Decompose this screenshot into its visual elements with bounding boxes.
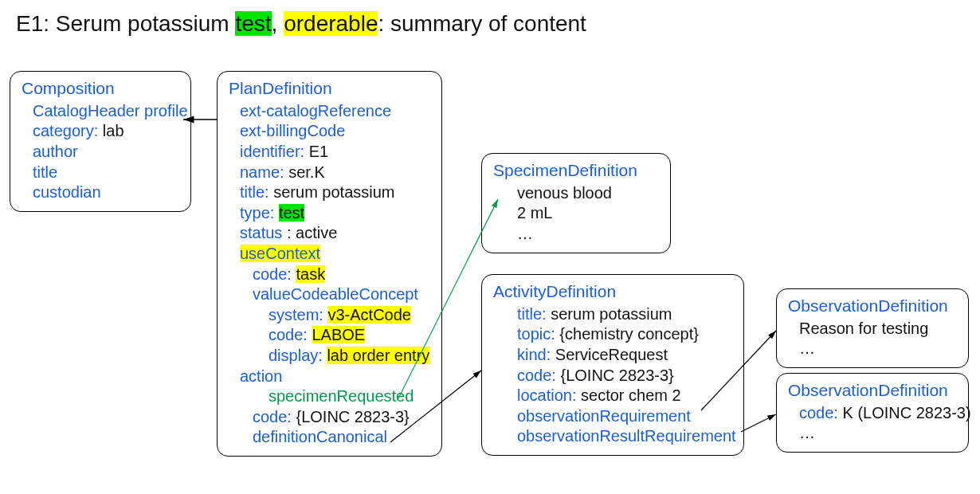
- specimen-l3: …: [517, 225, 533, 242]
- obs1-l1: Reason for testing: [799, 320, 928, 337]
- activity-location-val: sector chem 2: [581, 386, 681, 404]
- plan-name-key: name:: [240, 163, 288, 181]
- composition-category-key: category:: [33, 122, 103, 139]
- plan-heading: PlanDefinition: [229, 78, 432, 100]
- plan-system-key: system:: [269, 306, 327, 323]
- plan-code2-key: code:: [269, 326, 312, 343]
- activity-title-key: title:: [517, 305, 551, 323]
- arrow-obs-result-requirement: [741, 414, 776, 432]
- activity-kind-val: ServiceRequest: [555, 346, 668, 363]
- plan-status-key: status: [240, 224, 287, 241]
- plan-specimen-requested: specimenRequested: [269, 387, 414, 405]
- activity-code-key: code:: [517, 367, 560, 384]
- plan-ext-catalog: ext-catalogReference: [240, 102, 391, 120]
- plan-action: action: [240, 367, 282, 385]
- obs2-l2: …: [799, 424, 815, 441]
- plan-name-val: ser.K: [288, 163, 325, 181]
- activity-heading: ActivityDefinition: [493, 281, 734, 303]
- activity-title-val: serum potassium: [551, 305, 672, 323]
- observationdefinition-box-1: ObservationDefinition Reason for testing…: [776, 288, 969, 368]
- obs1-heading: ObservationDefinition: [788, 296, 958, 317]
- plan-identifier-key: identifier:: [240, 143, 309, 160]
- plan-vcc: valueCodeableConcept: [253, 285, 418, 303]
- activitydefinition-box: ActivityDefinition title: serum potassiu…: [481, 274, 744, 456]
- plan-system-val: v3-ActCode: [327, 306, 411, 323]
- obs1-l2: …: [799, 339, 815, 357]
- activity-kind-key: kind:: [517, 346, 555, 363]
- page-title: E1: Serum potassium test, orderable: sum…: [16, 11, 586, 37]
- composition-author: author: [33, 143, 78, 160]
- plandefinition-box: PlanDefinition ext-catalogReference ext-…: [217, 71, 442, 457]
- plan-identifier-val: E1: [309, 143, 328, 160]
- plan-uc-code-val: task: [296, 265, 325, 283]
- composition-category-val: lab: [103, 122, 124, 139]
- plan-title-val: serum potassium: [273, 183, 394, 201]
- activity-code-val: {LOINC 2823-3}: [560, 367, 673, 384]
- composition-box: Composition CatalogHeader profile catego…: [10, 71, 191, 212]
- plan-type-val: test: [279, 204, 304, 222]
- obs2-heading: ObservationDefinition: [788, 380, 958, 402]
- activity-location-key: location:: [517, 386, 581, 404]
- composition-profile: CatalogHeader profile: [33, 102, 188, 120]
- specimen-heading: SpecimenDefinition: [493, 160, 661, 182]
- title-suffix: : summary of content: [378, 11, 586, 36]
- plan-code3-key: code:: [253, 408, 296, 425]
- plan-title-key: title:: [240, 183, 273, 201]
- plan-usecontext: useContext: [240, 245, 320, 262]
- plan-defcanonical: definitionCanonical: [253, 428, 387, 445]
- title-prefix: E1: Serum potassium: [16, 11, 235, 36]
- title-hl-test: test: [235, 11, 271, 36]
- activity-obs-result-req: observationResultRequirement: [517, 427, 736, 445]
- composition-heading: Composition: [22, 78, 181, 100]
- plan-display-val: lab order entry: [327, 347, 429, 364]
- composition-custodian: custodian: [33, 183, 101, 201]
- title-hl-orderable: orderable: [284, 11, 378, 36]
- activity-topic-key: topic:: [517, 325, 559, 343]
- plan-display-key: display:: [269, 347, 327, 364]
- observationdefinition-box-2: ObservationDefinition code: K (LOINC 282…: [776, 373, 969, 453]
- plan-uc-code-key: code:: [253, 265, 296, 283]
- specimen-l2: 2 mL: [517, 204, 552, 222]
- plan-ext-billing: ext-billingCode: [240, 122, 345, 139]
- specimendefinition-box: SpecimenDefinition venous blood 2 mL …: [481, 153, 671, 253]
- plan-code3-val: {LOINC 2823-3}: [296, 408, 409, 425]
- activity-obs-req: observationRequirement: [517, 407, 691, 425]
- obs2-code-val: K (LOINC 2823-3): [842, 404, 970, 421]
- title-mid: ,: [272, 11, 284, 36]
- specimen-l1: venous blood: [517, 184, 612, 202]
- plan-code2-val: LABOE: [312, 326, 365, 343]
- obs2-code-key: code:: [799, 404, 842, 421]
- activity-topic-val: {chemistry concept}: [559, 325, 699, 343]
- plan-type-key: type:: [240, 204, 279, 222]
- plan-status-val: : active: [287, 224, 337, 241]
- composition-title-field: title: [33, 163, 57, 181]
